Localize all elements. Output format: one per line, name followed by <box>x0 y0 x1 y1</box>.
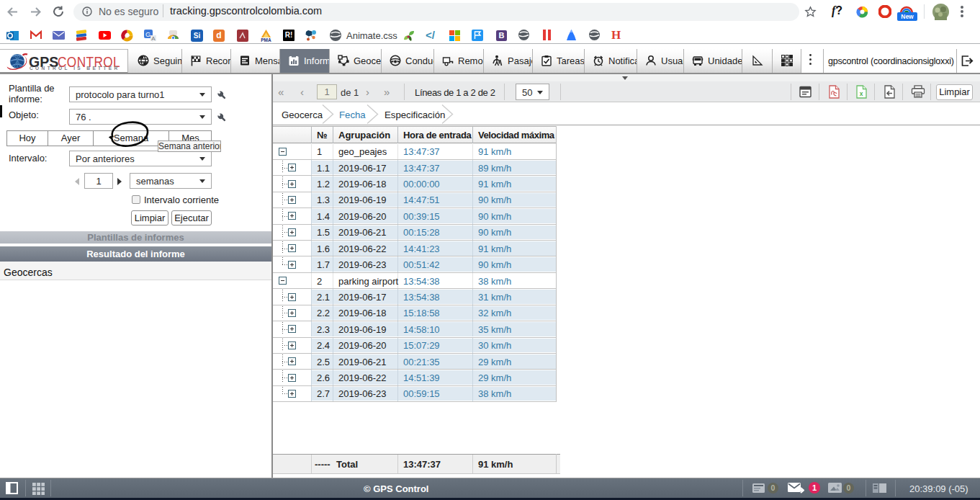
svg-text:x: x <box>860 90 863 97</box>
svg-text:A: A <box>151 35 156 42</box>
svg-text:G: G <box>145 31 150 38</box>
svg-text:PMA: PMA <box>261 37 271 43</box>
